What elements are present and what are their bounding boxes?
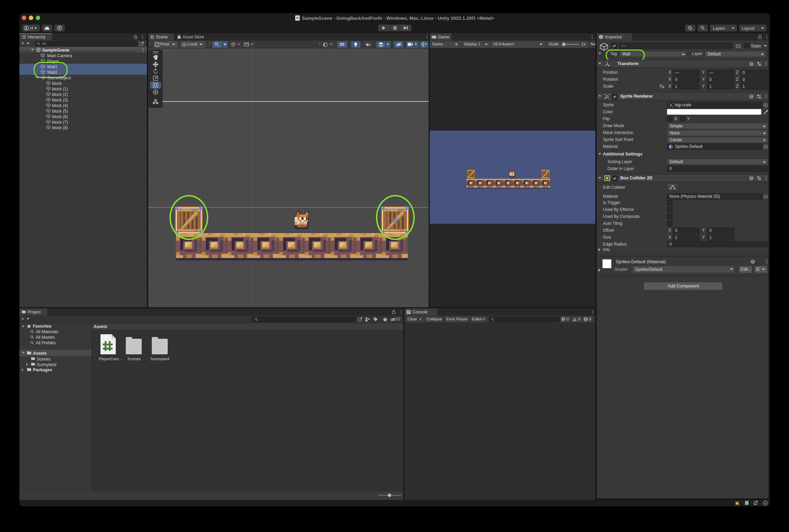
svg-text:?: ? bbox=[751, 95, 752, 98]
svg-text:Y: Y bbox=[218, 45, 220, 47]
svg-text:?: ? bbox=[751, 62, 752, 65]
svg-text:?: ? bbox=[752, 260, 754, 263]
svg-text:!: ! bbox=[738, 503, 739, 506]
svg-text:?: ? bbox=[751, 176, 752, 180]
